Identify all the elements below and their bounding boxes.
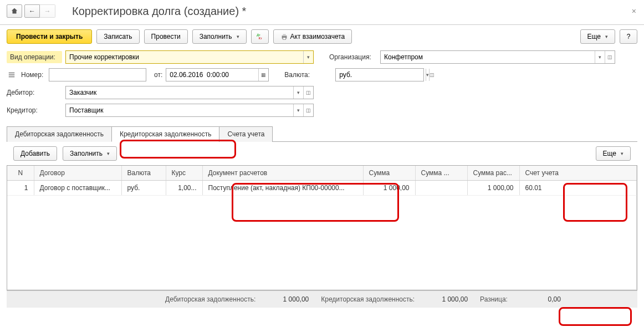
operation-input[interactable] — [66, 51, 303, 63]
col-document[interactable]: Документ расчетов — [202, 166, 363, 181]
arrow-left-icon: ← — [29, 7, 35, 15]
date-input[interactable] — [166, 69, 258, 81]
currency-select[interactable]: ▾ ◫ — [335, 68, 424, 81]
number-field[interactable] — [49, 68, 146, 81]
question-icon: ? — [627, 33, 631, 40]
svg-rect-5 — [9, 73, 15, 74]
dropdown-icon[interactable]: ▾ — [293, 86, 303, 99]
open-icon[interactable]: ◫ — [605, 51, 615, 63]
org-input[interactable] — [381, 51, 595, 63]
tab-accounts[interactable]: Счета учета — [219, 126, 273, 142]
back-button[interactable]: ← — [24, 4, 40, 18]
from-label: от: — [154, 71, 162, 79]
cell-sum3: 1 000,00 — [467, 181, 519, 196]
creditor-select[interactable]: ▾ ◫ — [65, 104, 314, 117]
table-row[interactable]: 1 Договор с поставщик... руб. 1,00... По… — [7, 181, 637, 196]
dropdown-icon[interactable]: ▾ — [303, 51, 313, 63]
debtor-label: Дебитор: — [7, 89, 62, 96]
footer: Дебиторская задолженность: 1 000,00 Кред… — [7, 290, 637, 308]
debtor-select[interactable]: ▾ ◫ — [65, 86, 314, 99]
number-label: Номер: — [21, 71, 45, 79]
dtkt-icon: ДтКт — [256, 33, 264, 40]
foot-cred-label: Кредиторская задолженность: — [321, 295, 415, 303]
dropdown-icon[interactable]: ▾ — [293, 104, 303, 116]
svg-rect-6 — [9, 74, 15, 75]
svg-rect-7 — [9, 76, 15, 78]
table-header-row: N Договор Валюта Курс Документ расчетов … — [7, 166, 637, 181]
debtor-input[interactable] — [66, 86, 293, 99]
foot-diff-value: 0,00 — [511, 295, 561, 303]
table: N Договор Валюта Курс Документ расчетов … — [7, 165, 637, 290]
creditor-input[interactable] — [66, 104, 293, 116]
col-rate[interactable]: Курс — [166, 166, 202, 181]
act-button[interactable]: Акт взаимозачета — [273, 29, 352, 44]
home-icon — [11, 7, 18, 15]
dtkt-button[interactable]: ДтКт — [251, 29, 269, 44]
col-currency[interactable]: Валюта — [121, 166, 166, 181]
forward-button[interactable]: → — [40, 4, 55, 18]
currency-input[interactable] — [336, 69, 426, 81]
col-n[interactable]: N — [7, 166, 34, 181]
org-label: Организация: — [329, 53, 377, 61]
submit-close-button[interactable]: Провести и закрыть — [7, 29, 92, 44]
highlight-diff — [559, 307, 632, 326]
date-field[interactable]: ▦ — [166, 68, 269, 81]
org-select[interactable]: ▾ ◫ — [380, 50, 615, 64]
cell-currency: руб. — [121, 181, 166, 196]
svg-rect-4 — [283, 38, 285, 40]
help-button[interactable]: ? — [620, 29, 637, 44]
foot-cred-value: 1 000,00 — [418, 295, 468, 303]
arrow-right-icon: → — [44, 7, 51, 15]
tab-creditor[interactable]: Кредиторская задолженность — [111, 126, 219, 142]
cell-sum: 1 000,00 — [363, 181, 415, 196]
close-button[interactable]: × — [632, 7, 636, 16]
col-sum[interactable]: Сумма — [363, 166, 415, 181]
add-button[interactable]: Добавить — [13, 146, 57, 161]
calendar-icon[interactable]: ▦ — [258, 69, 268, 81]
save-button[interactable]: Записать — [96, 29, 139, 44]
page-title: Корректировка долга (создание) * — [72, 5, 246, 18]
cell-document: Поступление (акт, накладная) КП00-00000.… — [202, 181, 363, 196]
col-contract[interactable]: Договор — [34, 166, 121, 181]
foot-deb-value: 1 000,00 — [259, 295, 309, 303]
svg-rect-3 — [283, 34, 285, 37]
submit-button[interactable]: Провести — [144, 29, 188, 44]
cell-n: 1 — [7, 181, 34, 196]
col-sum3[interactable]: Сумма рас... — [467, 166, 519, 181]
home-button[interactable] — [7, 4, 22, 18]
list-icon — [8, 71, 16, 79]
currency-label: Валюта: — [284, 71, 332, 79]
fill-button[interactable]: Заполнить — [192, 29, 247, 44]
cell-rate: 1,00... — [166, 181, 202, 196]
open-icon[interactable]: ◫ — [303, 86, 313, 99]
open-icon[interactable]: ◫ — [429, 69, 435, 81]
cell-contract: Договор с поставщик... — [34, 181, 121, 196]
tab-debtor[interactable]: Дебиторская задолженность — [7, 126, 112, 142]
creditor-label: Кредитор: — [7, 106, 62, 114]
operation-select[interactable]: ▾ — [65, 50, 314, 64]
foot-deb-label: Дебиторская задолженность: — [165, 295, 255, 303]
submore-button[interactable]: Еще — [596, 146, 631, 161]
printer-icon — [280, 33, 288, 40]
open-icon[interactable]: ◫ — [303, 104, 313, 116]
cell-sum2 — [415, 181, 467, 196]
svg-text:Кт: Кт — [258, 36, 262, 40]
number-input[interactable] — [49, 69, 146, 81]
col-sum2[interactable]: Сумма ... — [415, 166, 467, 181]
foot-diff-label: Разница: — [480, 295, 508, 303]
operation-label: Вид операции: — [7, 51, 62, 63]
cell-account: 60.01 — [519, 181, 637, 196]
dropdown-icon[interactable]: ▾ — [595, 51, 605, 63]
more-button[interactable]: Еще — [580, 29, 615, 44]
subfill-button[interactable]: Заполнить — [63, 146, 117, 161]
col-account[interactable]: Счет учета — [519, 166, 637, 181]
